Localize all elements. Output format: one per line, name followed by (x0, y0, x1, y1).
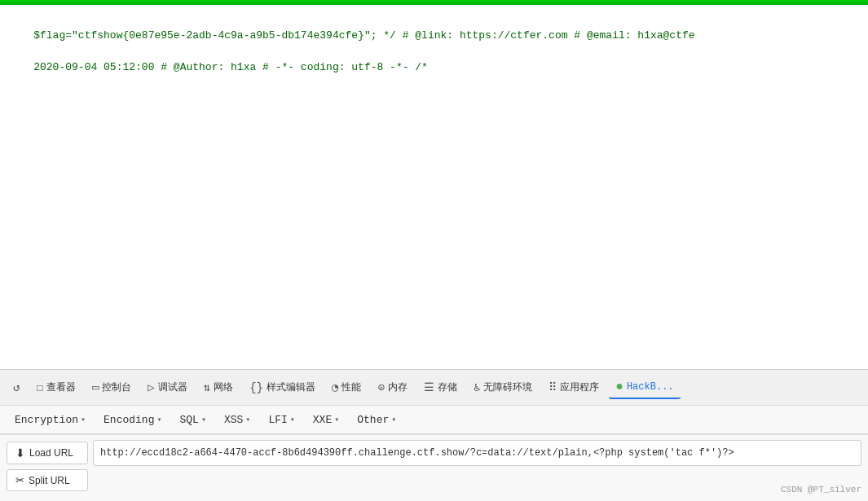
toolbar-reload[interactable]: ↺ (7, 377, 26, 398)
code-line-2: 2020-09-04 05:12:00 # @Author: h1xa # -*… (33, 61, 428, 73)
storage-icon: ☰ (424, 380, 434, 394)
code-line-1: $flag="ctfshow{0e87e95e-2adb-4c9a-a9b5-d… (33, 29, 694, 42)
url-area: ⬇ Load URL ✂ Split URL (0, 434, 868, 501)
accessibility-label: 无障碍环境 (483, 380, 532, 394)
storage-label: 存储 (438, 380, 457, 394)
sql-label: SQL (180, 414, 199, 426)
hackbar-label: HackB... (627, 381, 674, 393)
encoding-arrow: ▾ (156, 415, 161, 424)
url-row-1: ⬇ Load URL (7, 440, 861, 466)
load-url-icon: ⬇ (15, 446, 25, 459)
devtools-toolbar: ↺ ☐ 查看器 ▭ 控制台 ▷ 调试器 ⇅ 网络 {} 样式编辑器 ◔ 性能 ⊙… (0, 369, 868, 405)
watermark: CSDN @PT_silver (781, 485, 861, 494)
performance-label: 性能 (341, 380, 361, 394)
menu-encoding[interactable]: Encoding ▾ (95, 411, 170, 429)
toolbar-debugger[interactable]: ▷ 调试器 (141, 377, 193, 398)
toolbar-memory[interactable]: ⊙ 内存 (371, 377, 413, 398)
hackbar-icon: ● (615, 380, 623, 394)
toolbar-network[interactable]: ⇅ 网络 (197, 377, 240, 398)
style-icon: {} (249, 381, 263, 394)
xss-label: XSS (224, 414, 243, 426)
debugger-label: 调试器 (158, 380, 187, 394)
inspector-label: 查看器 (46, 380, 76, 394)
url-input[interactable] (93, 440, 861, 466)
toolbar-hackbar[interactable]: ● HackB... (609, 376, 680, 399)
encryption-label: Encryption (15, 414, 78, 426)
encoding-label: Encoding (104, 414, 154, 426)
menu-lfi[interactable]: LFI ▾ (260, 411, 302, 429)
console-label: 控制台 (102, 380, 131, 394)
memory-label: 内存 (388, 380, 408, 394)
watermark-text: CSDN @PT_silver (781, 485, 861, 494)
other-arrow: ▾ (391, 415, 396, 424)
load-url-label: Load URL (29, 447, 73, 459)
performance-icon: ◔ (332, 380, 338, 394)
main-content: $flag="ctfshow{0e87e95e-2adb-4c9a-a9b5-d… (0, 2, 868, 369)
url-row-2: ✂ Split URL (7, 469, 861, 491)
split-url-label: Split URL (29, 475, 70, 486)
hackbar-menu: Encryption ▾ Encoding ▾ SQL ▾ XSS ▾ LFI … (0, 405, 868, 434)
menu-xxe[interactable]: XXE ▾ (305, 411, 347, 429)
xxe-label: XXE (313, 414, 332, 426)
menu-encryption[interactable]: Encryption ▾ (7, 411, 94, 429)
apps-icon: ⠿ (549, 380, 557, 394)
inspector-icon: ☐ (36, 380, 42, 394)
sql-arrow: ▾ (201, 415, 206, 424)
xss-arrow: ▾ (245, 415, 250, 424)
load-url-button[interactable]: ⬇ Load URL (7, 442, 88, 464)
accessibility-icon: ♿ (474, 380, 480, 394)
code-display: $flag="ctfshow{0e87e95e-2adb-4c9a-a9b5-d… (8, 11, 860, 91)
toolbar-inspector[interactable]: ☐ 查看器 (29, 377, 82, 398)
lfi-arrow: ▾ (290, 415, 295, 424)
toolbar-apps[interactable]: ⠿ 应用程序 (542, 377, 606, 398)
other-label: Other (357, 414, 389, 426)
reload-icon: ↺ (13, 380, 20, 394)
toolbar-console[interactable]: ▭ 控制台 (86, 377, 138, 398)
menu-xss[interactable]: XSS ▾ (216, 411, 258, 429)
toolbar-storage[interactable]: ☰ 存储 (417, 377, 464, 398)
xxe-arrow: ▾ (334, 415, 339, 424)
memory-icon: ⊙ (377, 380, 384, 394)
console-icon: ▭ (92, 380, 99, 394)
encryption-arrow: ▾ (81, 415, 86, 424)
network-icon: ⇅ (204, 380, 210, 394)
toolbar-style-editor[interactable]: {} 样式编辑器 (243, 377, 322, 398)
menu-sql[interactable]: SQL ▾ (172, 411, 214, 429)
split-url-button[interactable]: ✂ Split URL (7, 469, 88, 491)
lfi-label: LFI (268, 414, 287, 426)
network-label: 网络 (214, 380, 233, 394)
apps-label: 应用程序 (560, 380, 599, 394)
menu-other[interactable]: Other ▾ (349, 411, 404, 429)
toolbar-performance[interactable]: ◔ 性能 (325, 377, 368, 398)
toolbar-accessibility[interactable]: ♿ 无障碍环境 (467, 377, 539, 398)
split-url-icon: ✂ (15, 474, 24, 486)
style-label: 样式编辑器 (267, 380, 315, 394)
debugger-icon: ▷ (148, 380, 154, 394)
